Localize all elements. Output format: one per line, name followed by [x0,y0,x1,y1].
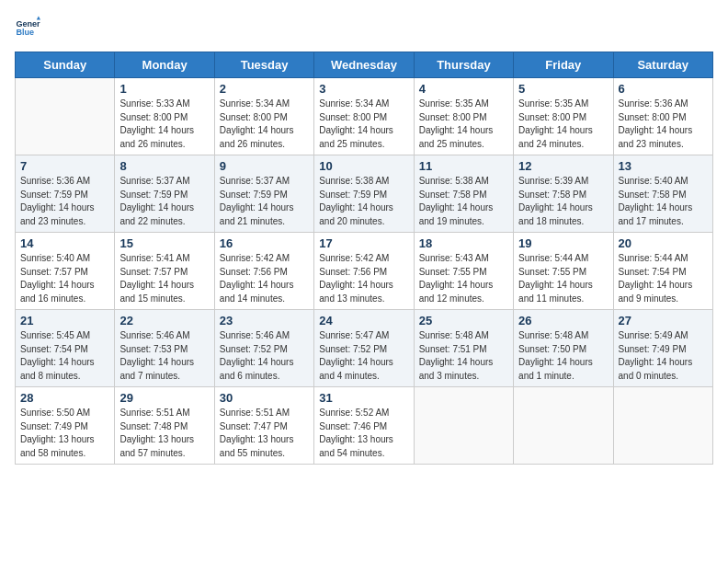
calendar-cell: 30Sunrise: 5:51 AM Sunset: 7:47 PM Dayli… [214,387,313,465]
day-number: 30 [220,391,309,405]
day-info: Sunrise: 5:34 AM Sunset: 8:00 PM Dayligh… [220,98,309,151]
day-info: Sunrise: 5:45 AM Sunset: 7:54 PM Dayligh… [20,329,109,383]
day-number: 9 [220,159,309,173]
day-number: 13 [619,159,708,173]
day-info: Sunrise: 5:49 AM Sunset: 7:49 PM Dayligh… [619,329,708,383]
day-number: 25 [419,314,508,327]
day-info: Sunrise: 5:46 AM Sunset: 7:52 PM Dayligh… [220,329,309,383]
day-number: 16 [220,236,309,250]
calendar-cell: 17Sunrise: 5:42 AM Sunset: 7:56 PM Dayli… [314,233,414,310]
calendar: SundayMondayTuesdayWednesdayThursdayFrid… [15,52,713,465]
day-info: Sunrise: 5:42 AM Sunset: 7:56 PM Dayligh… [319,252,408,305]
calendar-cell: 10Sunrise: 5:38 AM Sunset: 7:59 PM Dayli… [314,155,414,233]
calendar-cell [514,387,613,465]
weekday-header-friday: Friday [514,52,613,78]
calendar-week-row: 7Sunrise: 5:36 AM Sunset: 7:59 PM Daylig… [16,155,713,233]
day-info: Sunrise: 5:36 AM Sunset: 8:00 PM Dayligh… [619,98,708,151]
day-number: 6 [619,82,708,96]
day-number: 29 [119,391,209,405]
day-info: Sunrise: 5:50 AM Sunset: 7:49 PM Dayligh… [20,407,109,460]
day-number: 12 [518,159,608,173]
calendar-cell: 20Sunrise: 5:44 AM Sunset: 7:54 PM Dayli… [613,233,712,310]
calendar-cell: 16Sunrise: 5:42 AM Sunset: 7:56 PM Dayli… [214,233,313,310]
weekday-header-saturday: Saturday [613,52,712,78]
day-info: Sunrise: 5:35 AM Sunset: 8:00 PM Dayligh… [518,98,608,151]
svg-text:General: General [16,19,40,29]
calendar-cell [16,78,115,155]
calendar-cell: 12Sunrise: 5:39 AM Sunset: 7:58 PM Dayli… [514,155,613,233]
day-info: Sunrise: 5:48 AM Sunset: 7:50 PM Dayligh… [518,329,608,383]
day-number: 19 [518,236,608,250]
day-number: 28 [20,391,109,405]
calendar-cell: 27Sunrise: 5:49 AM Sunset: 7:49 PM Dayli… [613,310,712,387]
page-header: General Blue [15,15,713,40]
calendar-cell: 6Sunrise: 5:36 AM Sunset: 8:00 PM Daylig… [613,78,712,155]
calendar-cell: 23Sunrise: 5:46 AM Sunset: 7:52 PM Dayli… [214,310,313,387]
calendar-cell: 13Sunrise: 5:40 AM Sunset: 7:58 PM Dayli… [613,155,712,233]
day-info: Sunrise: 5:51 AM Sunset: 7:48 PM Dayligh… [119,407,209,460]
weekday-header-tuesday: Tuesday [214,52,313,78]
calendar-cell: 9Sunrise: 5:37 AM Sunset: 7:59 PM Daylig… [214,155,313,233]
calendar-cell: 24Sunrise: 5:47 AM Sunset: 7:52 PM Dayli… [314,310,414,387]
calendar-cell: 29Sunrise: 5:51 AM Sunset: 7:48 PM Dayli… [115,387,214,465]
calendar-cell: 4Sunrise: 5:35 AM Sunset: 8:00 PM Daylig… [414,78,513,155]
calendar-week-row: 1Sunrise: 5:33 AM Sunset: 8:00 PM Daylig… [16,78,713,155]
logo-icon: General Blue [15,15,40,40]
day-info: Sunrise: 5:47 AM Sunset: 7:52 PM Dayligh… [319,329,408,383]
day-info: Sunrise: 5:52 AM Sunset: 7:46 PM Dayligh… [319,407,408,460]
day-number: 15 [119,236,209,250]
calendar-cell: 31Sunrise: 5:52 AM Sunset: 7:46 PM Dayli… [314,387,414,465]
calendar-cell: 1Sunrise: 5:33 AM Sunset: 8:00 PM Daylig… [115,78,214,155]
logo: General Blue [15,15,44,40]
day-number: 24 [319,314,408,327]
calendar-cell [414,387,513,465]
day-number: 8 [119,159,209,173]
day-info: Sunrise: 5:36 AM Sunset: 7:59 PM Dayligh… [20,175,109,228]
day-info: Sunrise: 5:38 AM Sunset: 7:58 PM Dayligh… [419,175,508,228]
day-info: Sunrise: 5:41 AM Sunset: 7:57 PM Dayligh… [119,252,209,305]
day-info: Sunrise: 5:33 AM Sunset: 8:00 PM Dayligh… [119,98,209,151]
day-number: 5 [518,82,608,96]
calendar-cell: 26Sunrise: 5:48 AM Sunset: 7:50 PM Dayli… [514,310,613,387]
day-info: Sunrise: 5:40 AM Sunset: 7:58 PM Dayligh… [619,175,708,228]
calendar-cell: 15Sunrise: 5:41 AM Sunset: 7:57 PM Dayli… [115,233,214,310]
day-info: Sunrise: 5:48 AM Sunset: 7:51 PM Dayligh… [419,329,508,383]
calendar-cell: 2Sunrise: 5:34 AM Sunset: 8:00 PM Daylig… [214,78,313,155]
day-info: Sunrise: 5:42 AM Sunset: 7:56 PM Dayligh… [220,252,309,305]
svg-text:Blue: Blue [16,28,34,37]
day-number: 27 [619,314,708,327]
day-info: Sunrise: 5:34 AM Sunset: 8:00 PM Dayligh… [319,98,408,151]
weekday-header-wednesday: Wednesday [314,52,414,78]
day-number: 17 [319,236,408,250]
weekday-header-monday: Monday [115,52,214,78]
day-number: 11 [419,159,508,173]
calendar-cell: 3Sunrise: 5:34 AM Sunset: 8:00 PM Daylig… [314,78,414,155]
day-info: Sunrise: 5:46 AM Sunset: 7:53 PM Dayligh… [119,329,209,383]
calendar-cell: 5Sunrise: 5:35 AM Sunset: 8:00 PM Daylig… [514,78,613,155]
day-info: Sunrise: 5:38 AM Sunset: 7:59 PM Dayligh… [319,175,408,228]
day-number: 1 [119,82,209,96]
calendar-cell: 25Sunrise: 5:48 AM Sunset: 7:51 PM Dayli… [414,310,513,387]
day-number: 14 [20,236,109,250]
day-info: Sunrise: 5:44 AM Sunset: 7:55 PM Dayligh… [518,252,608,305]
weekday-header-sunday: Sunday [16,52,115,78]
calendar-cell: 11Sunrise: 5:38 AM Sunset: 7:58 PM Dayli… [414,155,513,233]
calendar-cell: 28Sunrise: 5:50 AM Sunset: 7:49 PM Dayli… [16,387,115,465]
day-info: Sunrise: 5:44 AM Sunset: 7:54 PM Dayligh… [619,252,708,305]
calendar-cell: 22Sunrise: 5:46 AM Sunset: 7:53 PM Dayli… [115,310,214,387]
day-number: 3 [319,82,408,96]
day-number: 22 [119,314,209,327]
calendar-cell: 21Sunrise: 5:45 AM Sunset: 7:54 PM Dayli… [16,310,115,387]
calendar-cell: 19Sunrise: 5:44 AM Sunset: 7:55 PM Dayli… [514,233,613,310]
day-number: 10 [319,159,408,173]
weekday-header-row: SundayMondayTuesdayWednesdayThursdayFrid… [16,52,713,78]
day-info: Sunrise: 5:40 AM Sunset: 7:57 PM Dayligh… [20,252,109,305]
day-info: Sunrise: 5:39 AM Sunset: 7:58 PM Dayligh… [518,175,608,228]
calendar-week-row: 14Sunrise: 5:40 AM Sunset: 7:57 PM Dayli… [16,233,713,310]
calendar-cell: 7Sunrise: 5:36 AM Sunset: 7:59 PM Daylig… [16,155,115,233]
calendar-week-row: 21Sunrise: 5:45 AM Sunset: 7:54 PM Dayli… [16,310,713,387]
day-number: 26 [518,314,608,327]
day-number: 31 [319,391,408,405]
day-info: Sunrise: 5:51 AM Sunset: 7:47 PM Dayligh… [220,407,309,460]
day-number: 20 [619,236,708,250]
